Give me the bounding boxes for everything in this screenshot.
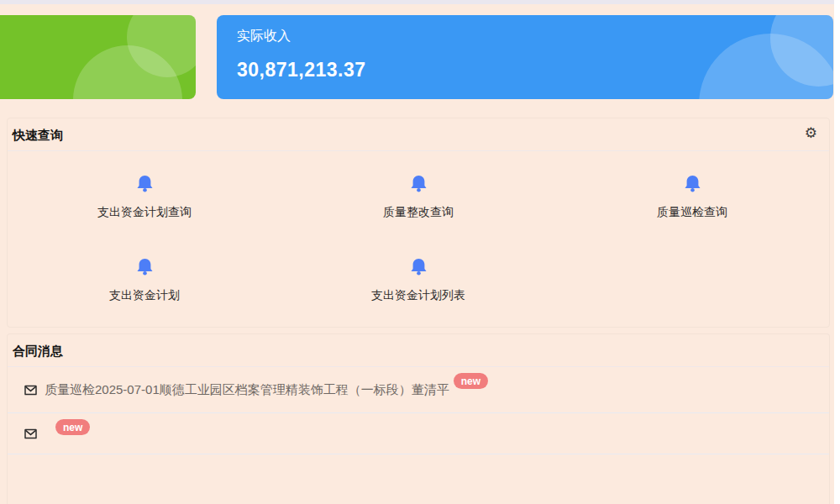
quick-item-label: 支出资金计划查询 bbox=[97, 205, 192, 220]
quick-query-header: 快速查询 ⚙ bbox=[8, 118, 829, 151]
quick-query-grid: 支出资金计划查询 质量整改查询 质量巡检查询 支出资金计划 支出资金计划列表 bbox=[8, 174, 829, 303]
quick-item-label: 质量巡检查询 bbox=[657, 205, 727, 220]
income-label: 实际收入 bbox=[237, 28, 833, 45]
envelope-icon bbox=[24, 428, 37, 439]
quick-item-label: 支出资金计划列表 bbox=[371, 288, 465, 303]
message-row[interactable]: 质量巡检2025-07-01顺德工业园区档案管理精装饰工程（一标段）董清平 ne… bbox=[8, 367, 829, 413]
gear-icon[interactable]: ⚙ bbox=[805, 126, 817, 140]
quick-item-label: 支出资金计划 bbox=[109, 288, 180, 303]
contract-messages-header: 合同消息 bbox=[8, 334, 829, 367]
bell-icon bbox=[409, 257, 428, 277]
bell-icon bbox=[135, 257, 155, 277]
stat-card-green bbox=[0, 15, 196, 99]
quick-query-card: 快速查询 ⚙ 支出资金计划查询 质量整改查询 质量巡检查询 支出资金计划 支出资… bbox=[7, 118, 830, 328]
bell-icon bbox=[683, 174, 702, 194]
quick-item-expense-fund-plan-query[interactable]: 支出资金计划查询 bbox=[8, 174, 281, 220]
quick-item-quality-inspection-query[interactable]: 质量巡检查询 bbox=[555, 174, 829, 220]
contract-messages-title: 合同消息 bbox=[13, 344, 63, 358]
message-row[interactable]: new bbox=[8, 413, 829, 454]
quick-query-title: 快速查询 bbox=[13, 128, 63, 142]
quick-item-expense-fund-plan-list[interactable]: 支出资金计划列表 bbox=[281, 257, 555, 303]
quick-item-quality-rectification-query[interactable]: 质量整改查询 bbox=[281, 174, 555, 220]
top-edge-strip bbox=[0, 0, 840, 4]
bell-icon bbox=[409, 174, 428, 194]
income-value: 30,871,213.37 bbox=[237, 59, 833, 81]
quick-item-expense-fund-plan[interactable]: 支出资金计划 bbox=[8, 257, 281, 303]
message-text: 质量巡检2025-07-01顺德工业园区档案管理精装饰工程（一标段）董清平 bbox=[45, 382, 449, 398]
quick-item-label: 质量整改查询 bbox=[383, 205, 454, 220]
bell-icon bbox=[135, 174, 155, 194]
envelope-icon bbox=[24, 385, 37, 396]
new-badge: new bbox=[55, 419, 90, 435]
scrollbar-track[interactable] bbox=[834, 0, 840, 504]
stat-card-income: 实际收入 30,871,213.37 bbox=[217, 15, 833, 99]
new-badge: new bbox=[454, 373, 488, 389]
contract-messages-card: 合同消息 质量巡检2025-07-01顺德工业园区档案管理精装饰工程（一标段）董… bbox=[7, 333, 830, 504]
